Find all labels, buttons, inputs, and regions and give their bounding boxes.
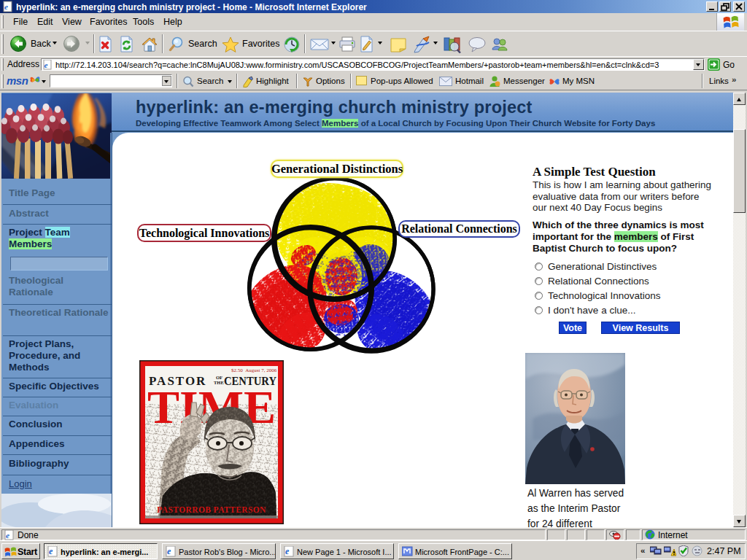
svg-text:$2.50 August 7, 2006: $2.50 August 7, 2006: [231, 368, 277, 373]
svg-text:e: e: [49, 546, 53, 556]
svg-text:e: e: [44, 61, 48, 69]
svg-text:e: e: [4, 2, 8, 11]
svg-text:e: e: [167, 546, 171, 556]
svg-text:e: e: [285, 546, 290, 556]
svg-text:PASTORROB PATTERSON: PASTORROB PATTERSON: [157, 505, 266, 514]
svg-text:OF: OF: [216, 375, 222, 380]
svg-text:e: e: [6, 531, 9, 540]
